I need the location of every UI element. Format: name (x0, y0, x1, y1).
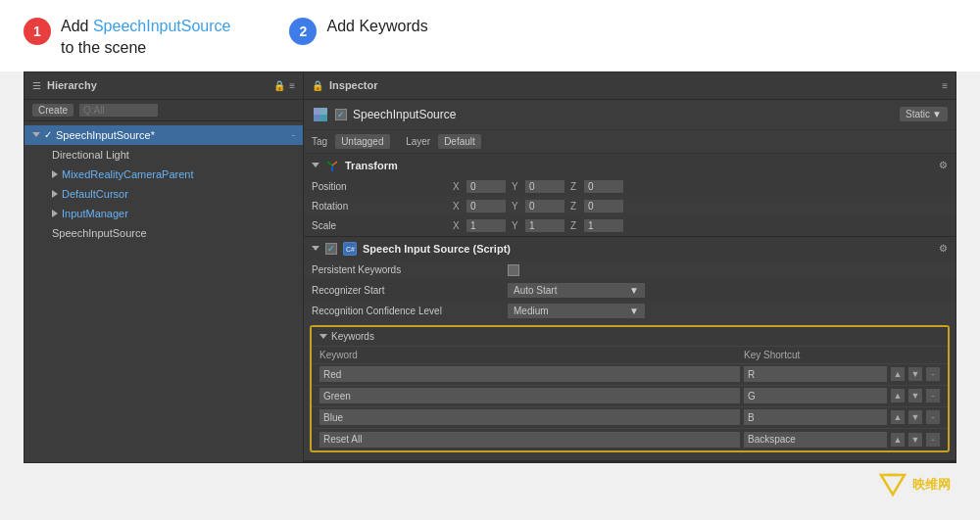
hierarchy-header-icons: 🔒 ≡ (273, 80, 295, 91)
object-enabled-checkbox[interactable] (335, 109, 347, 120)
script-enabled-checkbox[interactable] (325, 243, 337, 255)
recognizer-start-dropdown[interactable]: Auto Start ▼ (508, 283, 645, 298)
keyword-row-red: ▲ ▼ - (312, 364, 948, 386)
script-component: C# Speech Input Source (Script) ⚙ Persis… (304, 237, 956, 461)
keyword-green-input[interactable] (319, 388, 740, 403)
keywords-arrow (319, 334, 327, 339)
scale-y-label: Y (512, 220, 523, 231)
inspector-title: Inspector (329, 79, 378, 91)
svg-rect-4 (314, 115, 320, 121)
shortcut-col-label: Key Shortcut (744, 350, 940, 360)
keyword-green-remove-btn[interactable]: - (926, 389, 940, 402)
create-button[interactable]: Create (32, 104, 74, 117)
persistent-keywords-label: Persistent Keywords (312, 264, 508, 275)
inspector-menu-icon[interactable]: ≡ (942, 80, 948, 91)
keyword-reset-all-remove-btn[interactable]: - (926, 433, 940, 447)
hierarchy-title: Hierarchy (47, 79, 97, 91)
step2-block: 2 Add Keywords (289, 16, 427, 45)
script-header[interactable]: C# Speech Input Source (Script) ⚙ (304, 237, 956, 260)
hierarchy-panel: ☰ Hierarchy 🔒 ≡ Create ✓ SpeechInputSour… (24, 72, 304, 462)
keyword-blue-up-btn[interactable]: ▲ (891, 410, 905, 424)
scale-y-input[interactable] (525, 219, 564, 232)
tree-item-directional-light[interactable]: Directional Light (24, 145, 303, 165)
confidence-level-label: Recognition Confidence Level (312, 306, 508, 316)
position-z-field: Z (570, 180, 623, 193)
position-y-input[interactable] (525, 180, 564, 193)
position-x-field: X (453, 180, 506, 193)
rotation-z-input[interactable] (584, 200, 623, 213)
scale-x-label: X (453, 220, 465, 231)
rotation-y-input[interactable] (525, 200, 564, 213)
keyword-red-remove-btn[interactable]: - (926, 367, 940, 381)
shortcut-reset-all-input[interactable] (744, 432, 887, 448)
dropdown-arrow-2: ▼ (629, 306, 639, 316)
rotation-row: Rotation X Y Z (304, 197, 956, 216)
keywords-header: Keywords (312, 327, 948, 347)
recognizer-start-value: Auto Start ▼ (508, 283, 948, 298)
pos-x-label: X (453, 181, 465, 192)
tree-item-mixed-reality-camera[interactable]: MixedRealityCameraParent (24, 165, 303, 184)
shortcut-green-input[interactable] (744, 388, 887, 403)
transform-header[interactable]: Transform ⚙ (304, 154, 956, 177)
keyword-red-shortcut-area: ▲ ▼ - (744, 366, 940, 382)
scale-label: Scale (312, 220, 449, 231)
script-icon: C# (343, 242, 357, 256)
rotation-label: Rotation (312, 201, 449, 212)
keyword-red-down-btn[interactable]: ▼ (908, 367, 922, 381)
tree-item-input-manager[interactable]: InputManager (24, 204, 303, 223)
keyword-reset-all-input[interactable] (319, 432, 740, 448)
keyword-reset-all-up-btn[interactable]: ▲ (891, 433, 905, 447)
script-arrow (312, 246, 319, 251)
persistent-keywords-checkbox[interactable] (508, 264, 519, 276)
scale-row: Scale X Y Z (304, 216, 956, 236)
shortcut-red-input[interactable] (744, 366, 887, 382)
keyword-blue-remove-btn[interactable]: - (926, 410, 940, 424)
keyword-red-up-btn[interactable]: ▲ (891, 367, 905, 381)
layer-select[interactable]: Default (438, 134, 481, 149)
pos-y-label: Y (512, 181, 523, 192)
tree-item-speech-input-source-root[interactable]: ✓ SpeechInputSource* - (24, 125, 303, 145)
editor-area: ☰ Hierarchy 🔒 ≡ Create ✓ SpeechInputSour… (24, 71, 956, 463)
rot-z-label: Z (570, 201, 582, 212)
transform-title: Transform (345, 160, 398, 171)
rot-y-label: Y (512, 201, 523, 212)
keyword-blue-input[interactable] (319, 409, 740, 425)
position-z-input[interactable] (584, 180, 623, 193)
keyword-blue-down-btn[interactable]: ▼ (908, 410, 922, 424)
tag-select[interactable]: Untagged (335, 134, 390, 149)
lock-icon[interactable]: 🔒 (273, 80, 285, 91)
position-values: X Y Z (453, 180, 948, 193)
hierarchy-search[interactable] (79, 104, 158, 117)
keyword-blue-shortcut-area: ▲ ▼ - (744, 409, 940, 425)
step2-text: Add Keywords (326, 16, 427, 37)
menu-icon[interactable]: ≡ (289, 80, 295, 91)
shortcut-blue-input[interactable] (744, 409, 887, 425)
static-dropdown-arrow: ▼ (932, 109, 942, 119)
watermark: 映维网 (877, 471, 951, 498)
confidence-level-dropdown[interactable]: Medium ▼ (508, 304, 645, 318)
confidence-level-row: Recognition Confidence Level Medium ▼ (304, 301, 956, 321)
tree-item-speech-input-source-child[interactable]: SpeechInputSource (24, 223, 303, 243)
script-title: Speech Input Source (Script) (363, 243, 511, 255)
persistent-keywords-value (508, 264, 948, 276)
rotation-x-input[interactable] (466, 200, 506, 213)
position-row: Position X Y Z (304, 177, 956, 197)
script-settings-icon[interactable]: ⚙ (939, 243, 948, 254)
scale-x-input[interactable] (466, 219, 506, 232)
position-x-input[interactable] (466, 180, 506, 193)
rotation-y-field: Y (512, 200, 564, 213)
svg-line-5 (332, 162, 337, 165)
transform-settings-icon[interactable]: ⚙ (939, 160, 948, 170)
keyword-green-up-btn[interactable]: ▲ (891, 389, 905, 402)
keyword-green-down-btn[interactable]: ▼ (908, 389, 922, 402)
tree-item-default-cursor[interactable]: DefaultCursor (24, 184, 303, 204)
scale-z-input[interactable] (584, 219, 623, 232)
persistent-keywords-row: Persistent Keywords (304, 260, 956, 280)
confidence-level-value: Medium ▼ (508, 304, 948, 318)
svg-rect-3 (320, 108, 327, 115)
keyword-red-input[interactable] (319, 366, 740, 382)
static-button[interactable]: Static ▼ (900, 107, 948, 121)
watermark-text: 映维网 (912, 476, 951, 494)
keyword-reset-all-down-btn[interactable]: ▼ (908, 433, 922, 447)
speech-input-source-link[interactable]: SpeechInputSource (93, 18, 231, 34)
